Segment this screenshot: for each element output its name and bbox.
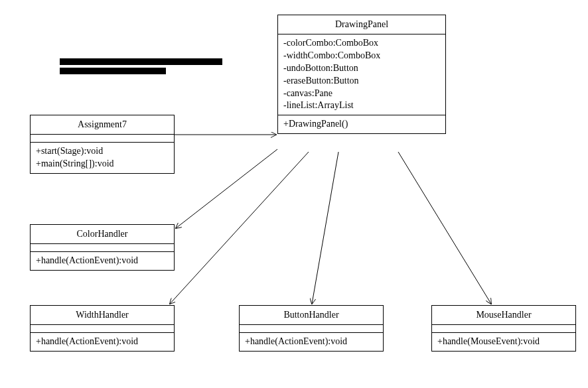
class-name: ButtonHandler	[240, 306, 383, 325]
class-operations: +DrawingPanel()	[278, 115, 445, 133]
assoc-drawingpanel-buttonhandler	[312, 152, 338, 304]
class-width-handler: WidthHandler +handle(ActionEvent):void	[30, 305, 175, 352]
class-attribute: -colorCombo:ComboBox	[283, 37, 440, 50]
class-operation: +handle(ActionEvent):void	[36, 255, 169, 267]
class-button-handler: ButtonHandler +handle(ActionEvent):void	[239, 305, 384, 352]
class-operations: +handle(MouseEvent):void	[432, 333, 575, 351]
class-operation: +handle(ActionEvent):void	[245, 336, 378, 348]
class-mouse-handler: MouseHandler +handle(MouseEvent):void	[431, 305, 576, 352]
class-name: MouseHandler	[432, 306, 575, 325]
class-attributes	[31, 244, 174, 252]
class-attributes	[240, 325, 383, 333]
class-drawing-panel: DrawingPanel -colorCombo:ComboBox -width…	[277, 15, 446, 134]
class-color-handler: ColorHandler +handle(ActionEvent):void	[30, 224, 175, 271]
class-assignment7: Assignment7 +start(Stage):void +main(Str…	[30, 115, 175, 174]
class-attribute: -undoBotton:Button	[283, 62, 440, 75]
class-name: DrawingPanel	[278, 15, 445, 34]
redacted-line-1	[60, 58, 222, 65]
class-attribute: -canvas:Pane	[283, 88, 440, 100]
class-attributes	[31, 325, 174, 333]
class-operations: +handle(ActionEvent):void	[31, 333, 174, 351]
class-attributes	[432, 325, 575, 333]
class-name: WidthHandler	[31, 306, 174, 325]
class-attributes	[31, 135, 174, 143]
assoc-drawingpanel-colorhandler	[176, 149, 277, 228]
class-attribute: -eraseButton:Button	[283, 75, 440, 88]
class-operation: +handle(ActionEvent):void	[36, 336, 169, 348]
class-operations: +handle(ActionEvent):void	[31, 252, 174, 270]
class-attribute: -widthCombo:ComboBox	[283, 50, 440, 62]
class-name: Assignment7	[31, 115, 174, 135]
class-attributes: -colorCombo:ComboBox -widthCombo:ComboBo…	[278, 34, 445, 115]
class-operation: +main(String[]):void	[36, 158, 169, 170]
class-operations: +handle(ActionEvent):void	[240, 333, 383, 351]
redacted-line-2	[60, 68, 166, 74]
assoc-drawingpanel-widthhandler	[170, 152, 309, 304]
class-attribute: -lineList:ArrayList	[283, 99, 440, 112]
assoc-drawingpanel-mousehandler	[398, 152, 491, 304]
class-operation: +DrawingPanel()	[283, 118, 440, 131]
class-operation: +handle(MouseEvent):void	[437, 336, 570, 348]
class-operations: +start(Stage):void +main(String[]):void	[31, 143, 174, 173]
class-name: ColorHandler	[31, 225, 174, 244]
class-operation: +start(Stage):void	[36, 145, 169, 158]
